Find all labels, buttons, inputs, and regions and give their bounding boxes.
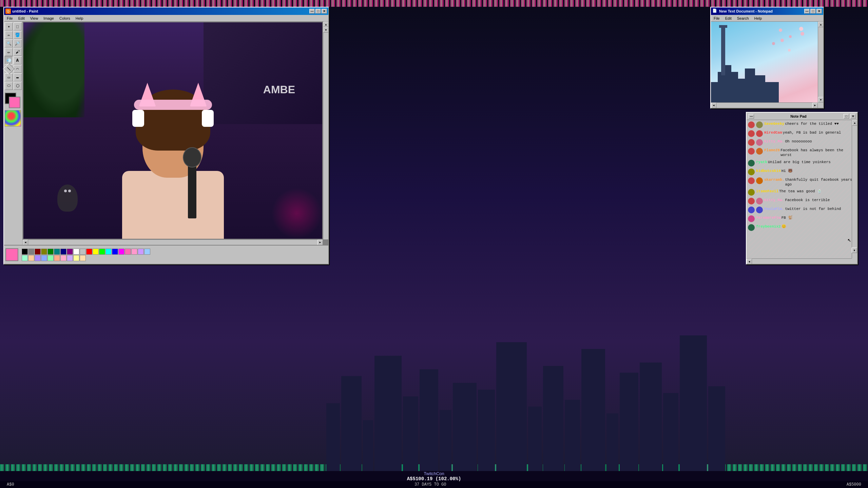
color-mint[interactable] <box>22 255 28 261</box>
canvas-content[interactable]: AMBE <box>23 22 322 239</box>
paint-menu-edit[interactable]: Edit <box>17 16 26 21</box>
chat-minimize-btn[interactable]: — <box>749 114 754 119</box>
color-pink[interactable] <box>131 249 137 255</box>
notepad-scroll-down[interactable]: ▼ <box>818 97 823 102</box>
canvas-scrollbar-horizontal[interactable]: ◀ ▶ <box>23 239 323 245</box>
canvas-area[interactable]: AMBE <box>23 22 328 245</box>
color-cornflower[interactable] <box>41 255 47 261</box>
blossom-6 <box>788 49 791 52</box>
building-13 <box>565 400 580 471</box>
color-cyan[interactable] <box>105 249 112 255</box>
color-magenta[interactable] <box>118 249 124 255</box>
paint-menu-view[interactable]: View <box>29 16 40 21</box>
building-18 <box>663 393 678 471</box>
notepad-scroll-left[interactable]: ◀ <box>711 103 716 108</box>
building-19 <box>680 335 707 471</box>
paint-minimize-btn[interactable]: — <box>309 9 315 14</box>
chat-restore-btn[interactable]: □ <box>844 114 849 119</box>
notepad-menu-file[interactable]: File <box>712 16 721 21</box>
color-lightblue[interactable] <box>144 249 150 255</box>
color-violet[interactable] <box>35 255 41 261</box>
notepad-scroll-right[interactable]: ▶ <box>812 103 818 108</box>
tool-ellipse[interactable]: ⬭ <box>5 82 13 90</box>
notepad-scrollbar-h[interactable]: ◀ ▶ <box>711 102 818 108</box>
notepad-scroll-up[interactable]: ▲ <box>818 22 823 27</box>
chat-message: kidbutcski4 Hi 🐻 <box>748 169 856 175</box>
paint-menubar: File Edit View Image Colors Help <box>4 15 328 22</box>
notepad-menu-edit[interactable]: Edit <box>724 16 733 21</box>
tool-line[interactable]: | <box>3 63 15 75</box>
color-green[interactable] <box>47 249 54 255</box>
tool-select-rect[interactable]: ⬚ <box>14 22 22 31</box>
color-white[interactable] <box>73 249 79 255</box>
tool-pencil[interactable]: ✏ <box>5 48 13 56</box>
notepad-menu-search[interactable]: Search <box>736 16 750 21</box>
chat-message: ryatk Unilad are big time yoinkers <box>748 160 856 167</box>
chat-close-btn[interactable]: ✕ <box>850 114 856 119</box>
paint-maximize-btn[interactable]: □ <box>315 9 321 14</box>
scroll-up-arrow[interactable]: ▲ <box>323 22 328 27</box>
chat-scroll-left[interactable]: ◀ <box>747 259 752 264</box>
tool-eyedropper[interactable]: 🔍 <box>5 39 13 47</box>
color-lightyellow[interactable] <box>73 255 79 261</box>
scroll-down-arrow[interactable]: ▼ <box>323 27 328 33</box>
notepad-maximize-btn[interactable]: □ <box>810 9 816 14</box>
canvas-scrollbar-vertical[interactable]: ▲ ▼ <box>323 22 328 239</box>
paint-menu-help[interactable]: Help <box>74 16 85 21</box>
tool-magnifier[interactable]: 🔎 <box>14 39 22 47</box>
tool-poly[interactable]: ⬡ <box>14 82 22 90</box>
tool-fill[interactable]: 🪣 <box>14 31 22 39</box>
color-purple[interactable] <box>67 249 73 255</box>
color-salmon[interactable] <box>54 255 60 261</box>
color-seafoam[interactable] <box>47 255 54 261</box>
totoro-eye-left <box>64 190 67 192</box>
tool-text[interactable]: A <box>14 56 22 64</box>
color-lavender[interactable] <box>138 249 144 255</box>
paint-menu-file[interactable]: File <box>5 16 14 21</box>
color-periwinkle[interactable] <box>67 255 73 261</box>
palette-current-color[interactable] <box>5 248 18 261</box>
color-yellow[interactable] <box>93 249 99 255</box>
paint-menu-image[interactable]: Image <box>42 16 55 21</box>
chat-username-7: skarramb. <box>764 177 784 182</box>
color-hotpink[interactable] <box>125 249 131 255</box>
color-teal[interactable] <box>54 249 60 255</box>
canvas-thumbnail <box>5 110 21 126</box>
color-buff[interactable] <box>80 255 86 261</box>
scroll-right-arrow[interactable]: ▶ <box>317 240 323 245</box>
color-lime[interactable] <box>99 249 105 255</box>
color-fg[interactable] <box>9 97 20 108</box>
color-peach[interactable] <box>28 255 34 261</box>
tool-rect-fill[interactable]: ▬ <box>14 73 22 81</box>
chat-scrollbar-v[interactable]: ▲ ▼ <box>852 120 857 258</box>
notepad-menubar: File Edit Search Help <box>711 15 823 22</box>
color-navy[interactable] <box>60 249 66 255</box>
tool-brush[interactable]: 🖌 <box>14 48 22 56</box>
notepad-close-btn[interactable]: ✕ <box>816 9 822 14</box>
notepad-menu-help[interactable]: Help <box>753 16 764 21</box>
notepad-scrollbar-v[interactable]: ▲ ▼ <box>818 22 823 102</box>
paint-title: untitled - Paint <box>12 9 309 13</box>
color-black[interactable] <box>22 249 28 255</box>
paint-close-btn[interactable]: ✕ <box>322 9 327 14</box>
paint-menu-colors[interactable]: Colors <box>58 16 72 21</box>
streamer-body <box>122 171 224 239</box>
color-gray[interactable] <box>28 249 34 255</box>
tool-curve[interactable]: ⌒ <box>14 65 22 73</box>
chat-scrollbar-h[interactable]: ◀ ▶ <box>747 258 852 264</box>
chat-scroll-down[interactable]: ▼ <box>852 248 857 253</box>
color-rosewater[interactable] <box>60 255 66 261</box>
chat-scroll-up[interactable]: ▲ <box>852 120 857 125</box>
color-red[interactable] <box>86 249 92 255</box>
color-blue[interactable] <box>112 249 118 255</box>
chat-avatar-4 <box>748 148 755 155</box>
tool-select-free[interactable]: ✦ <box>5 22 13 31</box>
scroll-left-arrow[interactable]: ◀ <box>23 240 28 245</box>
color-silver[interactable] <box>80 249 86 255</box>
notepad-minimize-btn[interactable]: — <box>804 9 810 14</box>
chat-avatar-11 <box>748 215 755 222</box>
tool-eraser[interactable]: ✏ <box>5 31 13 39</box>
mic-stand <box>188 157 196 218</box>
color-olive[interactable] <box>41 249 47 255</box>
color-maroon[interactable] <box>35 249 41 255</box>
